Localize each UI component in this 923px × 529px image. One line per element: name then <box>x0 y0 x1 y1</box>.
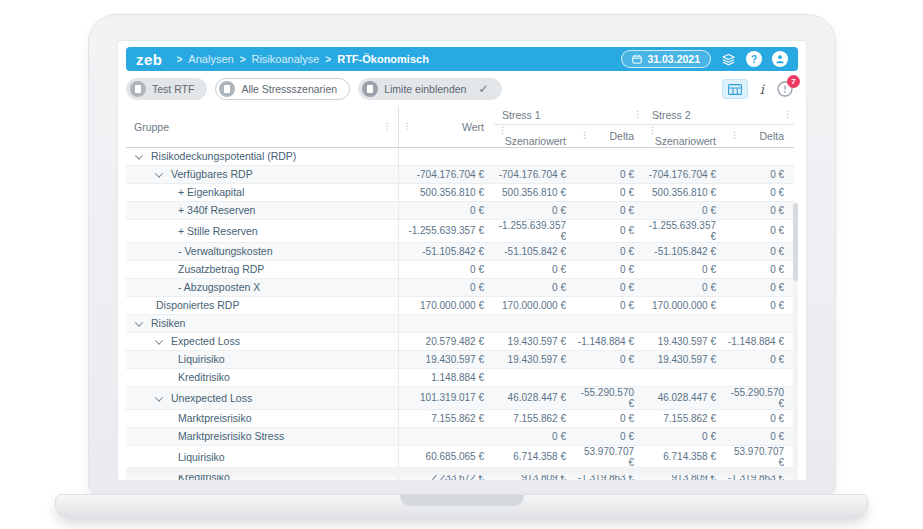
value-cell: 0 € <box>576 278 644 296</box>
value-cell: -1.255.639.357 € <box>494 219 576 242</box>
row-label-cell: Unexpected Loss <box>126 386 398 409</box>
table-row[interactable]: Expected Loss20.579.482 €19.430.597 €-1.… <box>126 332 794 350</box>
chevron-down-icon[interactable] <box>155 393 163 401</box>
value-cell: 0 € <box>644 427 726 445</box>
column-label: Gruppe <box>134 121 169 133</box>
value-cell: 170.000.000 € <box>398 296 494 314</box>
table-row[interactable]: Risiken <box>126 314 794 332</box>
calendar-icon <box>632 54 642 64</box>
table-row[interactable]: + Eigenkapital500.356.810 €500.356.810 €… <box>126 183 794 201</box>
layers-icon[interactable] <box>721 53 736 66</box>
column-label: Stress 2 <box>652 109 691 121</box>
table-row[interactable]: Liquirisiko19.430.597 €19.430.597 €0 €19… <box>126 350 794 368</box>
filter-icon <box>219 81 235 97</box>
horizontal-scrollbar[interactable] <box>126 467 798 475</box>
help-icon[interactable]: ? <box>746 51 762 67</box>
value-cell: 0 € <box>644 201 726 219</box>
alerts-icon[interactable]: 7 <box>776 80 794 98</box>
table-row[interactable]: Kreditrisiko1.148.884 € <box>126 368 794 386</box>
table-row[interactable]: Liquirisiko60.685.065 €6.714.358 €53.970… <box>126 445 794 468</box>
column-header-gruppe[interactable]: Gruppe ⋮ <box>126 107 398 147</box>
table-row[interactable]: - Abzugsposten X0 €0 €0 €0 €0 € <box>126 278 794 296</box>
value-cell: 0 € <box>726 278 794 296</box>
breadcrumb-analysen[interactable]: Analysen <box>188 53 233 65</box>
column-menu-icon[interactable]: ⋮ <box>783 109 792 119</box>
table-row[interactable]: Unexpected Loss101.319.017 €46.028.447 €… <box>126 386 794 409</box>
chip-alle-stressszenarien[interactable]: Alle Stressszenarien <box>215 78 350 100</box>
row-label: Marktpreisrisiko Stress <box>178 430 284 442</box>
column-menu-icon[interactable]: ⋮ <box>730 130 739 140</box>
column-menu-icon[interactable]: ⋮ <box>403 121 412 131</box>
row-label-cell: - Verwaltungskosten <box>126 242 398 260</box>
table-row[interactable]: - Verwaltungskosten-51.105.842 €-51.105.… <box>126 242 794 260</box>
column-header-szenariowert-2[interactable]: ⋮ Szenariowert <box>644 124 726 147</box>
chip-test-rtf[interactable]: Test RTF <box>126 78 207 100</box>
row-label-cell: Expected Loss <box>126 332 398 350</box>
table-row[interactable]: + 340f Reserven0 €0 €0 €0 €0 € <box>126 201 794 219</box>
row-label: - Abzugsposten X <box>178 281 260 293</box>
column-menu-icon[interactable]: ⋮ <box>633 109 642 119</box>
value-cell: -51.105.842 € <box>494 242 576 260</box>
value-cell: -51.105.842 € <box>398 242 494 260</box>
zeb-logo[interactable]: zeb <box>136 51 163 68</box>
table-row[interactable]: Zusatzbetrag RDP0 €0 €0 €0 €0 € <box>126 260 794 278</box>
value-cell: 0 € <box>644 278 726 296</box>
column-menu-icon[interactable]: ⋮ <box>498 125 507 135</box>
column-menu-icon[interactable]: ⋮ <box>580 130 589 140</box>
row-label-cell: + Stille Reserven <box>126 219 398 242</box>
column-header-delta-2[interactable]: ⋮ Delta <box>726 124 794 147</box>
value-cell: 19.430.597 € <box>644 350 726 368</box>
value-cell: 0 € <box>644 260 726 278</box>
column-header-szenariowert-1[interactable]: ⋮ Szenariowert <box>494 124 576 147</box>
table-row[interactable]: Marktpreisrisiko7.155.862 €7.155.862 €0 … <box>126 409 794 427</box>
user-icon[interactable] <box>772 51 788 67</box>
value-cell: 0 € <box>726 296 794 314</box>
value-cell: 0 € <box>398 260 494 278</box>
value-cell: 0 € <box>726 409 794 427</box>
table-row[interactable]: Risikodeckungspotential (RDP) <box>126 147 794 165</box>
value-cell: 0 € <box>726 219 794 242</box>
app-screen: zeb > Analysen > Risikoanalyse > RTF-Öko… <box>117 40 807 481</box>
value-cell: 170.000.000 € <box>494 296 576 314</box>
column-header-delta-1[interactable]: ⋮ Delta <box>576 124 644 147</box>
column-label: Delta <box>760 130 785 142</box>
info-icon[interactable]: i <box>760 82 764 97</box>
chevron-down-icon[interactable] <box>155 169 163 177</box>
table-view-button[interactable] <box>722 79 748 99</box>
breadcrumb-rtf-oekonomisch[interactable]: RTF-Ökonomisch <box>337 53 429 65</box>
chip-label: Limite einblenden <box>384 83 466 95</box>
value-cell: 0 € <box>576 296 644 314</box>
value-cell: 7.155.862 € <box>494 409 576 427</box>
table-row[interactable]: Marktpreisrisiko Stress0 €0 €0 €0 € <box>126 427 794 445</box>
value-cell: -704.176.704 € <box>494 165 576 183</box>
row-label-cell: + 340f Reserven <box>126 201 398 219</box>
breadcrumb-risikoanalyse[interactable]: Risikoanalyse <box>251 53 319 65</box>
row-label-cell: Marktpreisrisiko Stress <box>126 427 398 445</box>
help-glyph: ? <box>751 54 757 65</box>
value-cell: 6.714.358 € <box>644 445 726 468</box>
column-header-wert[interactable]: ⋮ Wert <box>398 107 494 147</box>
column-menu-icon[interactable]: ⋮ <box>648 125 657 135</box>
value-cell: 0 € <box>576 260 644 278</box>
value-cell: 0 € <box>576 183 644 201</box>
table-row[interactable]: Verfügbares RDP-704.176.704 €-704.176.70… <box>126 165 794 183</box>
table-row[interactable]: + Stille Reserven-1.255.639.357 €-1.255.… <box>126 219 794 242</box>
value-cell: -51.105.842 € <box>644 242 726 260</box>
table-row[interactable]: Disponiertes RDP170.000.000 €170.000.000… <box>126 296 794 314</box>
column-group-stress1[interactable]: Stress 1 ⋮ <box>494 107 644 124</box>
value-cell: -1.148.884 € <box>576 332 644 350</box>
laptop-base <box>55 494 868 519</box>
value-cell <box>576 368 644 386</box>
value-cell: 0 € <box>726 427 794 445</box>
column-group-stress2[interactable]: Stress 2 ⋮ <box>644 107 794 124</box>
vertical-scrollbar-thumb[interactable] <box>793 203 798 281</box>
chip-limite-einblenden[interactable]: Limite einblenden ✓ <box>358 78 501 100</box>
row-label: + Eigenkapital <box>178 186 244 198</box>
row-label: - Verwaltungskosten <box>178 245 273 257</box>
column-menu-icon[interactable]: ⋮ <box>383 121 392 131</box>
chevron-down-icon[interactable] <box>135 318 143 326</box>
column-label: Delta <box>610 130 635 142</box>
chevron-down-icon[interactable] <box>135 151 143 159</box>
date-picker[interactable]: 31.03.2021 <box>621 50 711 68</box>
chevron-down-icon[interactable] <box>155 336 163 344</box>
